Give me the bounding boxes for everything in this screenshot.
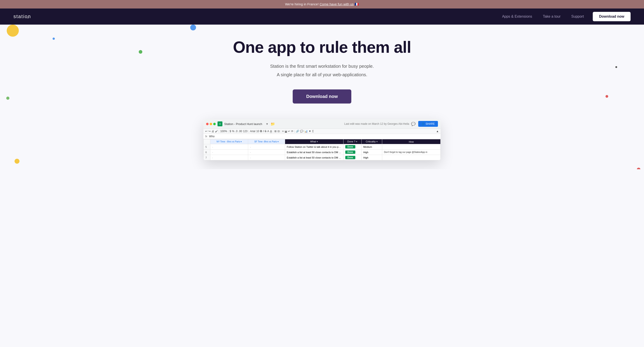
italic-btn[interactable]: I (263, 130, 264, 133)
dot-yellow-bl (14, 159, 20, 164)
table-row: 5 - - Follow Station on Twitter & talk a… (204, 144, 440, 150)
strikethrough-btn[interactable]: S (265, 130, 266, 133)
cell-5-e[interactable]: Follow Station on Twitter & talk about i… (285, 144, 343, 150)
cell-7-f[interactable]: Done (343, 155, 362, 160)
cell-5-c[interactable]: - (210, 144, 248, 150)
hero-sub2: A single place for all of your web-appli… (277, 71, 368, 78)
zoom-level[interactable]: 100% (220, 130, 227, 133)
cell-7-d[interactable]: - (248, 155, 285, 160)
undo-icon[interactable]: ↩ (205, 130, 208, 133)
font-size[interactable]: 10 (256, 130, 259, 133)
sheet-table: NY Time - 6hrs vs Paris ▾ SF Time -8hrs … (204, 139, 440, 160)
collapse-btn[interactable]: ▲ (436, 130, 439, 133)
col-header-e[interactable]: What ▾ (285, 139, 343, 144)
cell-6-e[interactable]: Establish a list at least 50 close conta… (285, 150, 343, 155)
nav-take-tour[interactable]: Take a tour (543, 14, 560, 18)
sheet-toolbar: ↩ ↪ 🖨 🖌 | 100% | $ % .0 .00 123 | Arial … (204, 129, 440, 134)
redo-icon[interactable]: ↪ (208, 130, 210, 133)
toolbar-sep5: | (280, 130, 281, 133)
format1-btn[interactable]: .0 (235, 130, 238, 133)
cell-5-d[interactable]: - (248, 144, 285, 150)
cell-5-h[interactable] (382, 144, 440, 150)
col-header-g[interactable]: Criticality ▾ (362, 139, 382, 144)
col-header-h[interactable]: How (382, 139, 440, 144)
nav-support[interactable]: Support (571, 14, 584, 18)
window-controls (206, 123, 216, 125)
cell-7-e[interactable]: Establish a list at least 50 close conta… (285, 155, 343, 160)
link-btn[interactable]: 🔗 (296, 130, 299, 133)
app-preview: ≡ Station - Product Hunt launch ▾ 📁 Last… (204, 119, 440, 160)
hero-heading: One app to rule them all (233, 38, 411, 56)
banner-link[interactable]: Come have fun with us (320, 2, 354, 6)
cell-6-h[interactable]: Don't forget to tag our page @StationApp… (382, 150, 440, 155)
cell-7-c[interactable]: - (210, 155, 248, 160)
format3-btn[interactable]: 123 (243, 130, 248, 133)
row-num-6: 6 (204, 150, 210, 155)
chart-btn[interactable]: 📊 (304, 130, 308, 133)
cell-7-g[interactable]: High (362, 155, 382, 160)
toolbar-sep2: | (228, 130, 229, 133)
done-badge: Done (345, 150, 355, 154)
sheet-folder-icon: 📁 (270, 122, 275, 126)
rotate-btn[interactable]: ⟳ (291, 130, 293, 133)
dot-blue-top (190, 24, 196, 30)
dot-red-right (606, 95, 608, 98)
col-e-filter-icon[interactable]: ▾ (317, 140, 318, 143)
table-row: 6 - - Establish a list at least 50 close… (204, 150, 440, 155)
col-d-filter-icon[interactable]: ▾ (278, 140, 278, 143)
row-num-5: 5 (204, 144, 210, 150)
wrap-btn[interactable]: ↵ (288, 130, 290, 133)
bold-btn[interactable]: B (260, 130, 262, 133)
comment-btn[interactable]: 💬 (300, 130, 304, 133)
sheet-dropdown-icon[interactable]: ▾ (266, 122, 268, 126)
align-btn[interactable]: ≡ (282, 130, 284, 133)
formula-value: Who (209, 135, 214, 138)
dot-dark-right (615, 66, 617, 68)
col-header-d[interactable]: SF Time -8hrs vs Paris ▾ (248, 139, 285, 144)
col-c-filter-icon[interactable]: ▾ (240, 140, 242, 143)
percent-btn[interactable]: % (232, 130, 234, 133)
filter-btn[interactable]: ▼ (308, 130, 311, 133)
highlight-btn[interactable]: A̲ (270, 130, 272, 133)
font-name[interactable]: Arial (250, 130, 255, 133)
cell-5-g[interactable]: Medium (362, 144, 382, 150)
cell-6-d[interactable]: - (248, 150, 285, 155)
formula-bar: fx Who (204, 134, 440, 139)
nav-links: Apps & Extensions Take a tour Support (502, 14, 584, 18)
nav-apps-extensions[interactable]: Apps & Extensions (502, 14, 532, 18)
dot-green-left (6, 97, 10, 100)
sheet-share-button[interactable]: 👤 SHARE (418, 121, 438, 127)
cell-6-c[interactable]: - (210, 150, 248, 155)
format-painter-icon[interactable]: 🖌 (215, 130, 218, 133)
zoom-dot (213, 123, 216, 125)
currency-btn[interactable]: $ (230, 130, 231, 133)
format2-btn[interactable]: .00 (238, 130, 242, 133)
sheets-icon: ≡ (218, 121, 222, 126)
cell-6-g[interactable]: High (362, 150, 382, 155)
valign-btn[interactable]: ⬓ (285, 130, 287, 133)
col-g-filter-icon[interactable]: ▾ (376, 140, 378, 143)
col-header-f[interactable]: Done ? ▾ (343, 139, 362, 144)
col-f-filter-icon[interactable]: ▾ (356, 140, 357, 143)
col-headers-row: NY Time - 6hrs vs Paris ▾ SF Time -8hrs … (204, 139, 440, 144)
sheet-comment-icon[interactable]: 💬 (411, 122, 416, 126)
done-badge: Done (345, 145, 355, 148)
merge-btn[interactable]: ⊟ (278, 130, 280, 133)
cell-6-f[interactable]: Done (343, 150, 362, 155)
function-btn[interactable]: Σ (312, 130, 314, 133)
print-icon[interactable]: 🖨 (212, 130, 214, 133)
logo[interactable]: station (14, 14, 31, 19)
hero-download-button[interactable]: Download now (293, 89, 351, 103)
toolbar-sep6: | (294, 130, 295, 133)
spreadsheet-mock: ≡ Station - Product Hunt launch ▾ 📁 Last… (204, 119, 440, 160)
col-header-c[interactable]: NY Time - 6hrs vs Paris ▾ (210, 139, 248, 144)
cell-5-f[interactable]: Done (343, 144, 362, 150)
cell-7-h[interactable] (382, 155, 440, 160)
fx-label: fx (205, 135, 207, 138)
borders-btn[interactable]: ⊞ (274, 130, 276, 133)
share-label: SHARE (426, 122, 435, 125)
text-color-btn[interactable]: A (268, 130, 269, 133)
dot-red-br (637, 168, 640, 169)
nav-download-button[interactable]: Download now (593, 12, 630, 21)
main-nav: station Apps & Extensions Take a tour Su… (0, 8, 644, 24)
